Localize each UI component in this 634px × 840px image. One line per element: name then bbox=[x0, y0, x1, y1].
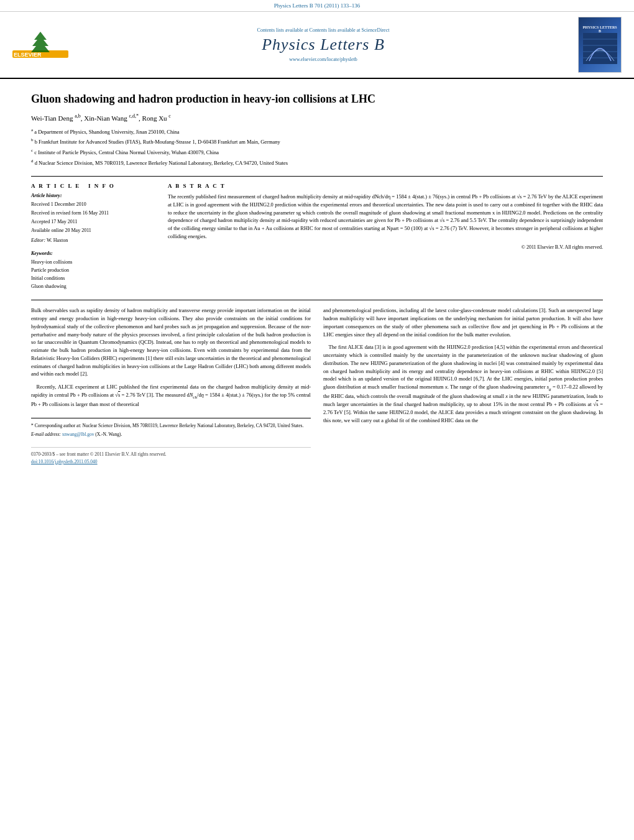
journal-center: Contents lists available at Contents lis… bbox=[75, 27, 572, 62]
divider-1 bbox=[31, 176, 603, 177]
footnote-email: E-mail address: xnwang@lbl.gov (X.-N. Wa… bbox=[31, 431, 311, 438]
journal-url[interactable]: www.elsevier.com/locate/physletb bbox=[75, 57, 572, 62]
doi-link[interactable]: doi:10.1016/j.physletb.2011.05.040 bbox=[31, 459, 98, 464]
journal-title: Physics Letters B bbox=[75, 35, 572, 54]
body-columns: Bulk observables such as rapidity densit… bbox=[31, 307, 603, 465]
journal-citation-bar: Physics Letters B 701 (2011) 133–136 bbox=[0, 0, 634, 12]
sciencedirect-text: Contents lists available at Contents lis… bbox=[75, 27, 572, 33]
article-content: Gluon shadowing and hadron production in… bbox=[0, 79, 634, 478]
affil-c: c c Institute of Particle Physics, Centr… bbox=[31, 147, 603, 157]
received-revised-date: Received in revised form 16 May 2011 bbox=[31, 210, 155, 217]
sciencedirect-link[interactable]: Contents lists available at ScienceDirec… bbox=[310, 27, 390, 33]
editor-name: W. Haxton bbox=[47, 238, 68, 243]
doi-line: doi:10.1016/j.physletb.2011.05.040 bbox=[31, 458, 311, 465]
body-para-4: The first ALICE data [3] is in good agre… bbox=[323, 343, 603, 424]
authors: Wei-Tian Deng a,b, Xin-Nian Wang c,d,*, … bbox=[31, 113, 603, 122]
available-date: Available online 20 May 2011 bbox=[31, 227, 155, 234]
article-info-abstract: A R T I C L E I N F O Article history: R… bbox=[31, 183, 603, 290]
abstract-label: A B S T R A C T bbox=[168, 183, 603, 189]
keywords-label: Keywords: bbox=[31, 251, 155, 256]
author-sup-c: c,d,* bbox=[129, 113, 139, 119]
received-date: Received 1 December 2010 bbox=[31, 201, 155, 208]
journal-header: ELSEVIER Contents lists available at Con… bbox=[0, 12, 634, 79]
affil-b: b b Frankfurt Institute for Advanced Stu… bbox=[31, 137, 603, 146]
affil-d: d d Nuclear Science Division, MS 70R0319… bbox=[31, 158, 603, 167]
email-link[interactable]: xnwang@lbl.gov bbox=[62, 432, 94, 437]
keywords-section: Keywords: Heavy-ion collisions Particle … bbox=[31, 251, 155, 290]
footnote-corresponding: * Corresponding author at: Nuclear Scien… bbox=[31, 422, 311, 429]
article-info-label: A R T I C L E I N F O bbox=[31, 183, 155, 189]
author-sup-a: a,b bbox=[75, 113, 81, 119]
svg-text:ELSEVIER: ELSEVIER bbox=[14, 52, 42, 58]
author-sup-e: c bbox=[168, 113, 171, 119]
article-info-panel: A R T I C L E I N F O Article history: R… bbox=[31, 183, 155, 290]
body-para-1: Bulk observables such as rapidity densit… bbox=[31, 307, 311, 378]
editor-label: Editor: bbox=[31, 238, 45, 243]
article-title: Gluon shadowing and hadron production in… bbox=[31, 91, 603, 107]
accepted-date: Accepted 17 May 2011 bbox=[31, 218, 155, 226]
editor-row: Editor: W. Haxton bbox=[31, 237, 155, 244]
bottom-bar: 0370-2693/$ – see front matter © 2011 El… bbox=[31, 447, 311, 465]
body-para-3: and phenomenological predictions, includ… bbox=[323, 307, 603, 338]
keyword-1: Heavy-ion collisions bbox=[31, 259, 155, 267]
body-right-column: and phenomenological predictions, includ… bbox=[323, 307, 603, 465]
body-para-2: Recently, ALICE experiment at LHC publis… bbox=[31, 383, 311, 408]
copyright: © 2011 Elsevier B.V. All rights reserved… bbox=[168, 244, 603, 250]
affil-a: a a Department of Physics, Shandong Univ… bbox=[31, 127, 603, 136]
keyword-4: Gluon shadowing bbox=[31, 283, 155, 291]
history-label: Article history: bbox=[31, 193, 155, 198]
journal-cover-thumbnail: PHYSICS LETTERS B bbox=[578, 17, 622, 73]
keyword-3: Initial conditions bbox=[31, 275, 155, 283]
elsevier-logo: ELSEVIER bbox=[12, 29, 68, 61]
body-left-column: Bulk observables such as rapidity densit… bbox=[31, 307, 311, 465]
abstract-text: The recently published first measurement… bbox=[168, 193, 603, 241]
svg-marker-2 bbox=[31, 32, 50, 52]
cover-label: PHYSICS LETTERS B bbox=[581, 25, 618, 33]
footnote-area: * Corresponding author at: Nuclear Scien… bbox=[31, 418, 311, 438]
keyword-2: Particle production bbox=[31, 267, 155, 275]
abstract-panel: A B S T R A C T The recently published f… bbox=[168, 183, 603, 290]
issn-line: 0370-2693/$ – see front matter © 2011 El… bbox=[31, 451, 311, 458]
affiliations: a a Department of Physics, Shandong Univ… bbox=[31, 127, 603, 167]
divider-2 bbox=[31, 300, 603, 300]
journal-citation: Physics Letters B 701 (2011) 133–136 bbox=[274, 2, 360, 9]
